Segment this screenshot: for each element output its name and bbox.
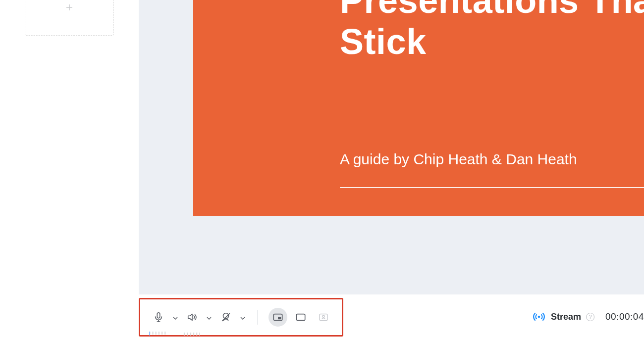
toolbar-divider xyxy=(257,310,258,325)
layout-full-button[interactable] xyxy=(291,308,310,327)
speaker-icon xyxy=(187,312,198,323)
slide-canvas: Presentations That Stick A guide by Chip… xyxy=(139,0,644,294)
stream-timer: 00:00:04 xyxy=(605,311,644,322)
add-slide-button[interactable] xyxy=(25,0,114,36)
chevron-down-icon xyxy=(173,313,178,322)
camera-button[interactable] xyxy=(216,308,235,327)
speaker-button[interactable] xyxy=(183,308,202,327)
layout-speaker-button[interactable] xyxy=(314,308,333,327)
speaker-options-caret[interactable] xyxy=(206,313,213,322)
current-slide: Presentations That Stick A guide by Chip… xyxy=(193,0,644,216)
layout-speaker-icon xyxy=(318,312,329,323)
svg-rect-2 xyxy=(157,313,160,318)
layout-pip-button[interactable] xyxy=(268,308,287,327)
svg-point-13 xyxy=(538,316,540,318)
av-controls-group xyxy=(139,298,343,337)
chevron-down-icon xyxy=(240,313,245,322)
speaker-level-meter xyxy=(183,333,200,336)
stream-help-icon[interactable]: ? xyxy=(586,313,594,321)
layout-pip-icon xyxy=(272,312,283,323)
microphone-button[interactable] xyxy=(149,308,168,327)
svg-point-12 xyxy=(322,315,324,317)
stream-label: Stream xyxy=(551,312,581,322)
svg-rect-10 xyxy=(296,314,305,321)
slide-thumbnails-panel xyxy=(0,0,139,339)
svg-marker-5 xyxy=(188,314,192,321)
plus-icon xyxy=(65,3,74,14)
broadcast-icon xyxy=(532,311,546,322)
camera-options-caret[interactable] xyxy=(239,313,246,322)
microphone-options-caret[interactable] xyxy=(172,313,179,322)
stream-status[interactable]: Stream ? xyxy=(532,311,594,322)
slide-subtitle: A guide by Chip Heath & Dan Heath xyxy=(340,151,577,168)
presenter-toolbar: Stream ? 00:00:04 xyxy=(0,294,644,339)
slide-divider xyxy=(340,187,644,188)
slide-title: Presentations That Stick xyxy=(340,0,644,62)
layout-full-icon xyxy=(295,312,306,323)
camera-off-icon xyxy=(220,312,231,323)
toolbar-leading-spacer xyxy=(0,294,139,339)
chevron-down-icon xyxy=(207,313,212,322)
mic-level-meter xyxy=(149,332,166,336)
microphone-icon xyxy=(153,312,164,323)
svg-rect-9 xyxy=(278,317,281,319)
